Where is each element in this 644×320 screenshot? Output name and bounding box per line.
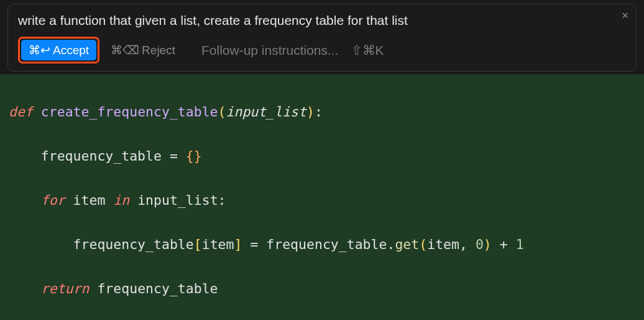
- code-line: return frequency_table: [9, 278, 635, 299]
- identifier: frequency_table: [97, 281, 218, 296]
- keyword-return: return: [41, 281, 90, 296]
- accept-button[interactable]: ⌘↩ Accept: [21, 40, 96, 60]
- reject-label: Reject: [142, 44, 175, 57]
- code-line: def create_frequency_table(input_list):: [9, 101, 635, 123]
- brace-empty-dict: {}: [186, 148, 202, 164]
- prompt-text: write a function that given a list, crea…: [18, 13, 626, 28]
- identifier: input_list: [137, 192, 218, 208]
- identifier: item: [427, 237, 459, 252]
- operator: =: [170, 148, 178, 164]
- method-get: get: [395, 237, 419, 252]
- operator: +: [500, 237, 508, 252]
- number-literal: 1: [516, 237, 524, 252]
- followup-input[interactable]: Follow-up instructions...: [201, 43, 339, 58]
- reject-button[interactable]: ⌘⌫ Reject: [111, 43, 175, 57]
- reject-shortcut: ⌘⌫: [111, 43, 139, 57]
- prompt-actions: ⌘↩ Accept ⌘⌫ Reject Follow-up instructio…: [18, 37, 626, 64]
- code-suggestion-block: def create_frequency_table(input_list): …: [0, 74, 644, 320]
- code-line: frequency_table = {}: [9, 145, 635, 167]
- ai-prompt-panel: ✕ write a function that given a list, cr…: [7, 4, 637, 72]
- accept-shortcut: ⌘↩: [29, 43, 50, 57]
- code-line: for item in input_list:: [9, 189, 635, 211]
- accept-label: Accept: [53, 44, 89, 57]
- identifier: frequency_table: [41, 148, 162, 164]
- identifier: item: [73, 192, 106, 208]
- close-icon[interactable]: ✕: [622, 9, 628, 21]
- number-literal: 0: [476, 237, 484, 252]
- identifier: frequency_table: [73, 237, 194, 252]
- followup-shortcut: ⇧⌘K: [351, 43, 384, 58]
- operator: =: [250, 237, 258, 252]
- code-line: frequency_table[item] = frequency_table.…: [9, 233, 635, 255]
- accept-highlight: ⌘↩ Accept: [18, 37, 99, 64]
- keyword-for: for: [41, 192, 65, 208]
- identifier: frequency_table: [266, 237, 387, 252]
- function-name: create_frequency_table: [41, 104, 218, 120]
- param-name: input_list: [226, 104, 306, 120]
- keyword-in: in: [113, 192, 129, 208]
- keyword-def: def: [9, 104, 33, 120]
- identifier: item: [202, 237, 234, 252]
